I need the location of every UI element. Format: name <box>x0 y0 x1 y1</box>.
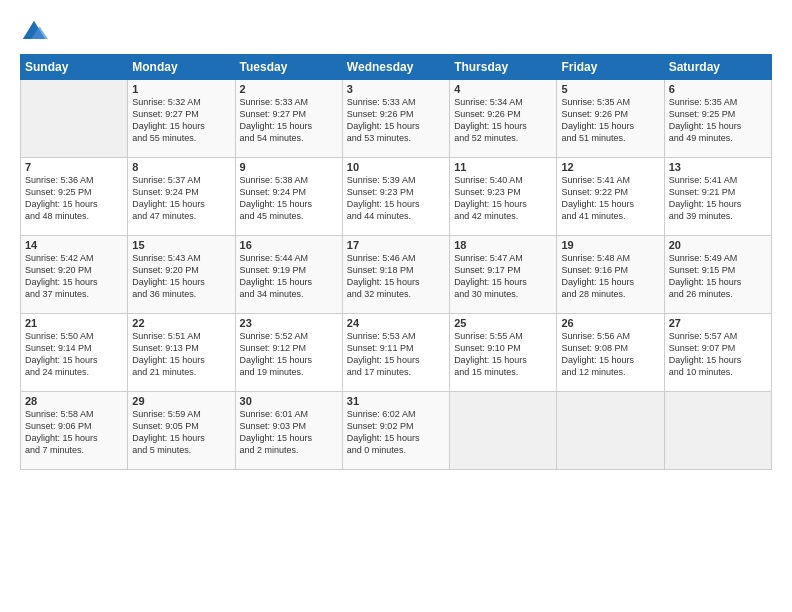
day-number: 16 <box>240 239 338 251</box>
day-cell <box>21 80 128 158</box>
day-cell: 1Sunrise: 5:32 AMSunset: 9:27 PMDaylight… <box>128 80 235 158</box>
day-number: 21 <box>25 317 123 329</box>
day-info: Sunrise: 5:56 AMSunset: 9:08 PMDaylight:… <box>561 330 659 379</box>
day-number: 8 <box>132 161 230 173</box>
day-info: Sunrise: 5:40 AMSunset: 9:23 PMDaylight:… <box>454 174 552 223</box>
day-info: Sunrise: 5:46 AMSunset: 9:18 PMDaylight:… <box>347 252 445 301</box>
day-cell: 27Sunrise: 5:57 AMSunset: 9:07 PMDayligh… <box>664 314 771 392</box>
day-number: 7 <box>25 161 123 173</box>
day-cell: 24Sunrise: 5:53 AMSunset: 9:11 PMDayligh… <box>342 314 449 392</box>
day-cell: 12Sunrise: 5:41 AMSunset: 9:22 PMDayligh… <box>557 158 664 236</box>
day-number: 18 <box>454 239 552 251</box>
day-cell: 15Sunrise: 5:43 AMSunset: 9:20 PMDayligh… <box>128 236 235 314</box>
day-number: 19 <box>561 239 659 251</box>
day-number: 5 <box>561 83 659 95</box>
day-info: Sunrise: 5:49 AMSunset: 9:15 PMDaylight:… <box>669 252 767 301</box>
day-number: 27 <box>669 317 767 329</box>
week-row-0: 1Sunrise: 5:32 AMSunset: 9:27 PMDaylight… <box>21 80 772 158</box>
day-cell: 16Sunrise: 5:44 AMSunset: 9:19 PMDayligh… <box>235 236 342 314</box>
day-number: 17 <box>347 239 445 251</box>
day-info: Sunrise: 5:32 AMSunset: 9:27 PMDaylight:… <box>132 96 230 145</box>
day-cell: 19Sunrise: 5:48 AMSunset: 9:16 PMDayligh… <box>557 236 664 314</box>
day-cell: 10Sunrise: 5:39 AMSunset: 9:23 PMDayligh… <box>342 158 449 236</box>
day-number: 13 <box>669 161 767 173</box>
col-header-wednesday: Wednesday <box>342 55 449 80</box>
day-cell: 14Sunrise: 5:42 AMSunset: 9:20 PMDayligh… <box>21 236 128 314</box>
day-cell <box>664 392 771 470</box>
day-number: 28 <box>25 395 123 407</box>
day-number: 10 <box>347 161 445 173</box>
day-cell: 25Sunrise: 5:55 AMSunset: 9:10 PMDayligh… <box>450 314 557 392</box>
day-info: Sunrise: 5:50 AMSunset: 9:14 PMDaylight:… <box>25 330 123 379</box>
day-cell <box>450 392 557 470</box>
col-header-monday: Monday <box>128 55 235 80</box>
day-cell: 6Sunrise: 5:35 AMSunset: 9:25 PMDaylight… <box>664 80 771 158</box>
day-info: Sunrise: 5:53 AMSunset: 9:11 PMDaylight:… <box>347 330 445 379</box>
day-info: Sunrise: 5:44 AMSunset: 9:19 PMDaylight:… <box>240 252 338 301</box>
day-number: 23 <box>240 317 338 329</box>
day-number: 6 <box>669 83 767 95</box>
day-info: Sunrise: 5:43 AMSunset: 9:20 PMDaylight:… <box>132 252 230 301</box>
day-info: Sunrise: 5:41 AMSunset: 9:22 PMDaylight:… <box>561 174 659 223</box>
day-number: 14 <box>25 239 123 251</box>
header-row: SundayMondayTuesdayWednesdayThursdayFrid… <box>21 55 772 80</box>
day-info: Sunrise: 5:48 AMSunset: 9:16 PMDaylight:… <box>561 252 659 301</box>
day-cell <box>557 392 664 470</box>
day-number: 24 <box>347 317 445 329</box>
day-number: 26 <box>561 317 659 329</box>
day-info: Sunrise: 5:42 AMSunset: 9:20 PMDaylight:… <box>25 252 123 301</box>
logo-icon <box>20 18 48 46</box>
page: SundayMondayTuesdayWednesdayThursdayFrid… <box>0 0 792 612</box>
day-number: 9 <box>240 161 338 173</box>
day-info: Sunrise: 5:59 AMSunset: 9:05 PMDaylight:… <box>132 408 230 457</box>
day-cell: 7Sunrise: 5:36 AMSunset: 9:25 PMDaylight… <box>21 158 128 236</box>
day-info: Sunrise: 5:35 AMSunset: 9:25 PMDaylight:… <box>669 96 767 145</box>
day-info: Sunrise: 5:47 AMSunset: 9:17 PMDaylight:… <box>454 252 552 301</box>
day-number: 1 <box>132 83 230 95</box>
day-cell: 13Sunrise: 5:41 AMSunset: 9:21 PMDayligh… <box>664 158 771 236</box>
week-row-1: 7Sunrise: 5:36 AMSunset: 9:25 PMDaylight… <box>21 158 772 236</box>
calendar-table: SundayMondayTuesdayWednesdayThursdayFrid… <box>20 54 772 470</box>
day-info: Sunrise: 6:02 AMSunset: 9:02 PMDaylight:… <box>347 408 445 457</box>
day-cell: 2Sunrise: 5:33 AMSunset: 9:27 PMDaylight… <box>235 80 342 158</box>
day-info: Sunrise: 5:37 AMSunset: 9:24 PMDaylight:… <box>132 174 230 223</box>
logo <box>20 18 50 46</box>
week-row-3: 21Sunrise: 5:50 AMSunset: 9:14 PMDayligh… <box>21 314 772 392</box>
day-cell: 4Sunrise: 5:34 AMSunset: 9:26 PMDaylight… <box>450 80 557 158</box>
day-info: Sunrise: 5:34 AMSunset: 9:26 PMDaylight:… <box>454 96 552 145</box>
day-info: Sunrise: 5:41 AMSunset: 9:21 PMDaylight:… <box>669 174 767 223</box>
day-number: 11 <box>454 161 552 173</box>
day-number: 25 <box>454 317 552 329</box>
day-cell: 23Sunrise: 5:52 AMSunset: 9:12 PMDayligh… <box>235 314 342 392</box>
day-cell: 9Sunrise: 5:38 AMSunset: 9:24 PMDaylight… <box>235 158 342 236</box>
day-number: 22 <box>132 317 230 329</box>
day-cell: 20Sunrise: 5:49 AMSunset: 9:15 PMDayligh… <box>664 236 771 314</box>
day-info: Sunrise: 5:51 AMSunset: 9:13 PMDaylight:… <box>132 330 230 379</box>
day-info: Sunrise: 5:57 AMSunset: 9:07 PMDaylight:… <box>669 330 767 379</box>
day-cell: 3Sunrise: 5:33 AMSunset: 9:26 PMDaylight… <box>342 80 449 158</box>
day-number: 4 <box>454 83 552 95</box>
day-info: Sunrise: 5:33 AMSunset: 9:27 PMDaylight:… <box>240 96 338 145</box>
day-number: 29 <box>132 395 230 407</box>
day-info: Sunrise: 5:35 AMSunset: 9:26 PMDaylight:… <box>561 96 659 145</box>
day-info: Sunrise: 5:55 AMSunset: 9:10 PMDaylight:… <box>454 330 552 379</box>
day-cell: 22Sunrise: 5:51 AMSunset: 9:13 PMDayligh… <box>128 314 235 392</box>
day-cell: 31Sunrise: 6:02 AMSunset: 9:02 PMDayligh… <box>342 392 449 470</box>
day-cell: 30Sunrise: 6:01 AMSunset: 9:03 PMDayligh… <box>235 392 342 470</box>
day-info: Sunrise: 5:33 AMSunset: 9:26 PMDaylight:… <box>347 96 445 145</box>
day-cell: 21Sunrise: 5:50 AMSunset: 9:14 PMDayligh… <box>21 314 128 392</box>
day-cell: 8Sunrise: 5:37 AMSunset: 9:24 PMDaylight… <box>128 158 235 236</box>
day-cell: 5Sunrise: 5:35 AMSunset: 9:26 PMDaylight… <box>557 80 664 158</box>
day-info: Sunrise: 5:58 AMSunset: 9:06 PMDaylight:… <box>25 408 123 457</box>
day-number: 3 <box>347 83 445 95</box>
col-header-thursday: Thursday <box>450 55 557 80</box>
day-info: Sunrise: 5:52 AMSunset: 9:12 PMDaylight:… <box>240 330 338 379</box>
day-cell: 26Sunrise: 5:56 AMSunset: 9:08 PMDayligh… <box>557 314 664 392</box>
day-number: 20 <box>669 239 767 251</box>
week-row-4: 28Sunrise: 5:58 AMSunset: 9:06 PMDayligh… <box>21 392 772 470</box>
header <box>20 18 772 46</box>
col-header-saturday: Saturday <box>664 55 771 80</box>
day-number: 30 <box>240 395 338 407</box>
week-row-2: 14Sunrise: 5:42 AMSunset: 9:20 PMDayligh… <box>21 236 772 314</box>
day-number: 15 <box>132 239 230 251</box>
